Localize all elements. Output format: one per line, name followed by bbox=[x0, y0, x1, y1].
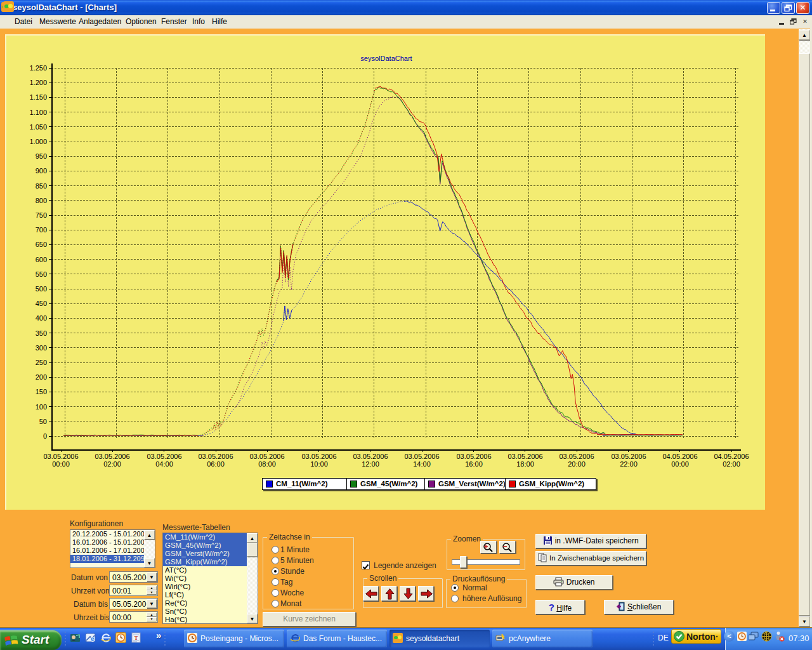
svg-text:150: 150 bbox=[36, 388, 47, 395]
svg-text:1.150: 1.150 bbox=[29, 93, 47, 101]
svg-text:50: 50 bbox=[39, 418, 47, 425]
svg-text:350: 350 bbox=[36, 329, 47, 337]
svg-text:600: 600 bbox=[36, 256, 47, 263]
svg-text:1.050: 1.050 bbox=[29, 123, 47, 131]
svg-text:900: 900 bbox=[36, 167, 47, 175]
svg-text:100: 100 bbox=[36, 403, 47, 411]
svg-text:700: 700 bbox=[36, 226, 47, 234]
svg-text:1.000: 1.000 bbox=[29, 138, 47, 145]
svg-text:950: 950 bbox=[36, 152, 47, 160]
svg-text:500: 500 bbox=[36, 285, 47, 293]
svg-text:300: 300 bbox=[36, 344, 47, 352]
svg-text:T: T bbox=[134, 635, 138, 641]
svg-text:800: 800 bbox=[36, 197, 47, 204]
svg-text:400: 400 bbox=[36, 314, 47, 322]
svg-text:200: 200 bbox=[36, 373, 47, 381]
svg-text:750: 750 bbox=[36, 211, 47, 219]
svg-text:550: 550 bbox=[36, 270, 47, 278]
svg-text:450: 450 bbox=[36, 300, 47, 307]
svg-text:650: 650 bbox=[36, 241, 47, 248]
svg-text:250: 250 bbox=[36, 359, 47, 366]
svg-text:850: 850 bbox=[36, 182, 47, 190]
svg-text:0: 0 bbox=[43, 432, 47, 440]
svg-text:1.200: 1.200 bbox=[29, 79, 47, 86]
svg-text:1.250: 1.250 bbox=[29, 64, 47, 72]
svg-text:1.100: 1.100 bbox=[29, 109, 47, 116]
